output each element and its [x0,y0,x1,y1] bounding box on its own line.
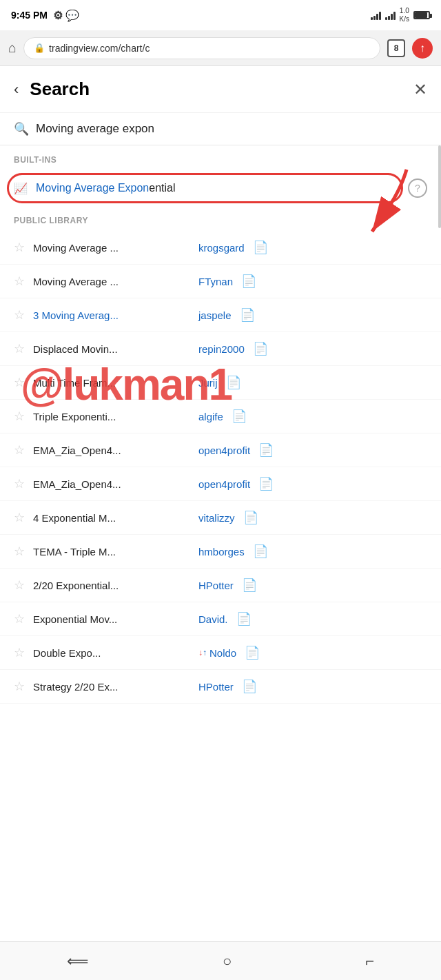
list-item[interactable]: ☆ Displaced Movin... repin2000 📄 [0,332,441,366]
whatsapp-icon[interactable]: 💬 [65,9,79,22]
favorite-icon[interactable]: ☆ [14,645,25,660]
close-button[interactable]: ✕ [413,80,427,99]
status-left: 9:45 PM ⚙ 💬 [11,9,79,22]
status-right: 1.0 K/s [371,7,430,23]
browser-bar: ⌂ 🔒 tradingview.com/chart/c 8 ↑ [0,30,441,66]
arrows-badge: ↓ ↑ [198,648,207,657]
script-icon: 📄 [240,307,255,323]
bar4 [379,12,381,20]
item-author[interactable]: open4profit [198,478,250,490]
list-item[interactable]: ☆ Moving Average ... FTynan 📄 [0,265,441,298]
list-item[interactable]: ☆ Triple Exponenti... algife 📄 [0,400,441,433]
item-author[interactable]: algife [198,411,223,422]
upload-icon: ↑ [420,42,425,54]
search-header: ‹ Search ✕ [0,66,441,113]
list-item[interactable]: ☆ Strategy 2/20 Ex... HPotter 📄 [0,670,441,704]
list-item[interactable]: ☆ 3 Moving Averag... jaspele 📄 [0,298,441,332]
home-nav-button[interactable]: ○ [209,947,245,976]
favorite-icon[interactable]: ☆ [14,341,25,356]
list-item[interactable]: ☆ 2/20 Exponential... HPotter 📄 [0,569,441,602]
up-arrow-icon: ↑ [203,648,207,657]
item-author[interactable]: Jurij [198,377,218,389]
item-author[interactable]: Noldo [209,647,236,659]
item-name: 2/20 Exponential... [33,580,198,591]
list-item[interactable]: ☆ Multi Time Fram... Jurij 📄 [0,366,441,400]
builtin-item-ema[interactable]: 📈 Moving Average Exponential ? [0,170,441,206]
item-name: Double Expo... [33,647,198,659]
script-icon: 📄 [241,274,256,289]
item-author[interactable]: hmborges [198,546,245,558]
favorite-icon[interactable]: ☆ [14,375,25,390]
results-container: BUILT-INS 📈 Moving Average Exponential ? [0,145,441,704]
list-item[interactable]: ☆ Double Expo... ↓ ↑ Noldo 📄 [0,636,441,670]
item-author[interactable]: vitalizzy [198,512,235,524]
home-icon[interactable]: ⌂ [8,40,17,56]
item-author[interactable]: repin2000 [198,343,245,355]
list-item[interactable]: ☆ Moving Average ... krogsgard 📄 [0,231,441,265]
list-item[interactable]: ☆ EMA_Zia_Open4... open4profit 📄 [0,433,441,467]
item-author[interactable]: David. [198,613,228,625]
item-author[interactable]: HPotter [198,681,234,693]
script-icon: 📄 [258,442,274,458]
favorite-icon[interactable]: ☆ [14,409,25,424]
item-name: Displaced Movin... [33,343,198,355]
script-icon: 📄 [232,409,247,424]
list-item[interactable]: ☆ TEMA - Triple M... hmborges 📄 [0,535,441,569]
url-bar[interactable]: 🔒 tradingview.com/chart/c [23,37,380,59]
battery-indicator [413,11,430,19]
list-item[interactable]: ☆ EMA_Zia_Open4... open4profit 📄 [0,467,441,501]
recent-apps-button[interactable]: ⌐ [351,947,388,976]
list-item[interactable]: ☆ Exponential Mov... David. 📄 [0,602,441,636]
signal-bars-2 [385,10,396,20]
bar2b [388,16,390,20]
list-item[interactable]: ☆ 4 Exponential M... vitalizzy 📄 [0,501,441,535]
script-icon: 📄 [242,679,257,694]
script-icon: 📄 [236,611,252,626]
item-name: EMA_Zia_Open4... [33,445,198,456]
item-name: Multi Time Fram... [33,377,198,389]
favorite-icon[interactable]: ☆ [14,442,25,458]
page-title: Search [30,79,413,100]
bar4b [393,12,396,20]
tab-count-badge[interactable]: 8 [387,39,405,57]
bar2 [373,16,376,20]
bar3b [391,14,393,20]
item-name: Moving Average ... [33,276,198,287]
item-author[interactable]: open4profit [198,445,250,456]
item-author[interactable]: FTynan [198,276,233,287]
public-library-label: PUBLIC LIBRARY [0,206,441,231]
favorite-icon[interactable]: ☆ [14,307,25,323]
favorite-icon[interactable]: ☆ [14,274,25,289]
item-author[interactable]: HPotter [198,580,234,591]
item-author[interactable]: jaspele [198,309,232,321]
update-button[interactable]: ↑ [412,38,433,59]
favorite-icon[interactable]: ☆ [14,476,25,491]
item-name: Exponential Mov... [33,613,198,625]
favorite-icon[interactable]: ☆ [14,679,25,694]
item-author[interactable]: krogsgard [198,242,245,254]
favorite-icon[interactable]: ☆ [14,510,25,525]
favorite-icon[interactable]: ☆ [14,240,25,255]
name-normal-part: ential [149,182,175,194]
back-nav-button[interactable]: ⟸ [53,947,103,976]
favorite-icon[interactable]: ☆ [14,578,25,593]
item-name: Strategy 2/20 Ex... [33,681,198,693]
item-name: 4 Exponential M... [33,512,198,524]
item-name: EMA_Zia_Open4... [33,478,198,490]
bar3 [376,14,378,20]
favorite-icon[interactable]: ☆ [14,611,25,626]
search-icon: 🔍 [14,121,29,136]
signal-bars [371,10,381,20]
url-text: tradingview.com/chart/c [49,43,370,54]
back-button[interactable]: ‹ [14,81,19,99]
bar1b [385,17,387,20]
settings-icon[interactable]: ⚙ [53,9,63,22]
favorite-icon[interactable]: ☆ [14,544,25,559]
help-button[interactable]: ? [408,178,427,198]
item-name: Triple Exponenti... [33,411,198,422]
search-input[interactable] [36,122,427,136]
item-name: Moving Average ... [33,242,198,254]
builtin-item-name: Moving Average Exponential [36,182,408,194]
script-icon: 📄 [253,341,268,356]
page-content: ‹ Search ✕ 🔍 BUILT-INS 📈 Moving Average … [0,66,441,704]
